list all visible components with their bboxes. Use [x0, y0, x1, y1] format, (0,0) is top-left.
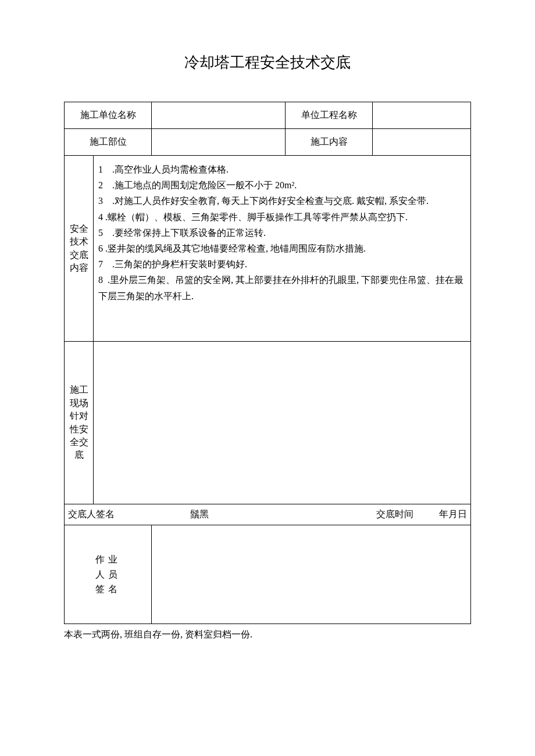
project-name-value [373, 102, 471, 129]
worker-signature-value [152, 525, 471, 624]
list-item: 2 .施工地点的周围划定危险区一般不小于 20m². [98, 177, 466, 193]
section-safety-label: 安全技术交底内容 [65, 156, 94, 342]
location-label: 施工部位 [65, 129, 152, 156]
section-safety-content: 1 .高空作业人员均需检查体格.2 .施工地点的周围划定危险区一般不小于 20m… [94, 156, 471, 342]
time-label: 交底时间 [376, 509, 437, 519]
worker-signature-row: 作业 人员 签名 [65, 525, 471, 624]
header-row-1: 施工单位名称 单位工程名称 [65, 102, 471, 129]
list-item: 3 .对施工人员作好安全教育, 每天上下岗作好安全检查与交底. 戴安帽, 系安全… [98, 193, 466, 209]
signer-value: 鬚黑 [115, 508, 376, 521]
worker-signature-label: 作业 人员 签名 [65, 525, 152, 624]
section-site-label: 施工现场针对性安全交底 [65, 342, 94, 504]
signature-cell: 交底人签名 鬚黑 交底时间 年月日 [65, 504, 471, 525]
section-site-row: 施工现场针对性安全交底 [65, 342, 471, 504]
section-safety-row: 安全技术交底内容 1 .高空作业人员均需检查体格.2 .施工地点的周围划定危险区… [65, 156, 471, 342]
header-row-2: 施工部位 施工内容 [65, 129, 471, 156]
main-table: 施工单位名称 单位工程名称 施工部位 施工内容 安全技术交底内容 1 .高空作业… [64, 102, 471, 624]
content-label: 施工内容 [286, 129, 373, 156]
list-item: 5 .要经常保持上下联系设备的正常运转. [98, 225, 466, 241]
unit-name-label: 施工单位名称 [65, 102, 152, 129]
list-item: 7 .三角架的护身栏杆安装时要钩好. [98, 256, 466, 272]
list-item: 4 .螺栓（帽）、模板、三角架零件、脚手板操作工具等零件严禁从高空扔下. [98, 209, 466, 225]
location-value [152, 129, 286, 156]
section-site-content [94, 342, 471, 504]
project-name-label: 单位工程名称 [286, 102, 373, 129]
signature-row: 交底人签名 鬚黑 交底时间 年月日 [65, 504, 471, 525]
unit-name-value [152, 102, 286, 129]
date-value: 年月日 [439, 509, 467, 519]
footer-note: 本表一式两份, 班组自存一份, 资料室归档一份. [64, 629, 471, 641]
content-value [373, 129, 471, 156]
signer-label: 交底人签名 [68, 508, 115, 521]
list-item: 6 .竖井架的缆风绳及其它地锚要经常检查, 地锚周围应有防水措施. [98, 241, 466, 256]
list-item: 1 .高空作业人员均需检查体格. [98, 162, 466, 177]
document-title: 冷却塔工程安全技术交底 [64, 52, 471, 73]
list-item: 8 .里外层三角架、吊篮的安全网, 其上部要挂在外排杆的孔眼里, 下部要兜住吊篮… [98, 272, 466, 303]
